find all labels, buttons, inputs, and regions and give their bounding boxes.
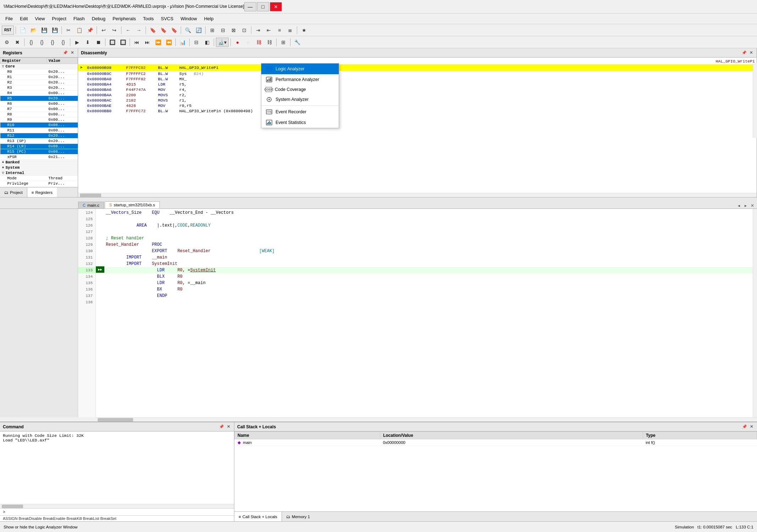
dropdown-logic-analyzer[interactable]: Logic Analyzer: [261, 64, 339, 74]
menu-debug[interactable]: Debug: [88, 15, 109, 23]
maximize-button[interactable]: □: [257, 2, 269, 11]
tb2-braces4[interactable]: {}: [58, 38, 68, 47]
reg-row-xpsr[interactable]: xPSR0x21...: [0, 154, 78, 160]
tb2-cancel[interactable]: ✖: [12, 38, 22, 47]
internal-section[interactable]: ▽Internal: [0, 170, 78, 176]
tb-saveall[interactable]: 💾: [50, 26, 60, 35]
disasm-row-2[interactable]: 0x08000B9C F7FFFFC2 BL.W Sys B24): [78, 71, 757, 76]
banked-section[interactable]: +Banked: [0, 160, 78, 165]
reg-row-r3[interactable]: R30x20...: [0, 85, 78, 91]
reg-row-r14[interactable]: R14 (LR)0x08...: [0, 144, 78, 149]
disasm-h-scroll-thumb[interactable]: [80, 194, 101, 197]
tb-forward[interactable]: →: [134, 26, 144, 35]
reg-row-r13[interactable]: R13 (SP)0x20...: [0, 139, 78, 144]
reg-row-r8[interactable]: R80x00...: [0, 112, 78, 117]
tb2-mem[interactable]: 📊: [178, 38, 187, 47]
disasm-pin-icon[interactable]: 📌: [741, 50, 747, 56]
dropdown-performance-analyzer[interactable]: Performance Analyzer: [261, 74, 339, 85]
tb2-braces2[interactable]: {}: [37, 38, 47, 47]
reg-row-r10[interactable]: R100x08...: [0, 123, 78, 128]
cmd-input[interactable]: [5, 510, 231, 514]
tb-back[interactable]: ←: [123, 26, 133, 35]
memory-tab[interactable]: 🗂 Memory 1: [282, 512, 314, 521]
tb-find[interactable]: 🔍: [183, 26, 193, 35]
disasm-row-3[interactable]: 0x08000BA0 F7FFFF82 BL.W MX_: [78, 76, 757, 82]
menu-view[interactable]: View: [31, 15, 48, 23]
reg-row-r1[interactable]: R10x20...: [0, 75, 78, 80]
disasm-row-8[interactable]: 0x08000BAE 4628 MOV r0,r5: [78, 103, 757, 108]
disasm-row-6[interactable]: 0x08000BAA 2200 MOVS r2,: [78, 92, 757, 98]
registers-tab[interactable]: ≡ Registers: [27, 188, 57, 197]
tb2-red-circle[interactable]: ●: [233, 38, 243, 47]
tb2-window[interactable]: ⊟: [191, 38, 201, 47]
tab-mainc[interactable]: C main.c: [78, 202, 104, 208]
menu-svcs[interactable]: SVCS: [157, 15, 177, 23]
editor-vscrollbar[interactable]: [753, 209, 757, 417]
tb-cut[interactable]: ✂: [64, 26, 73, 35]
menu-peripherals[interactable]: Peripherals: [109, 15, 140, 23]
editor-hscroll-thumb[interactable]: [98, 418, 133, 422]
tb-misc2[interactable]: ⊟: [218, 26, 228, 35]
dropdown-code-coverage[interactable]: CODE Code Coverage: [261, 85, 339, 94]
disasm-close-icon[interactable]: ✕: [748, 50, 754, 56]
reg-row-r4[interactable]: R40x00...: [0, 91, 78, 96]
disasm-row-5[interactable]: 0x08000BA6 F44F747A MOV r4,: [78, 87, 757, 92]
reg-row-r0[interactable]: R00x20...: [0, 69, 78, 75]
tb-open[interactable]: 📂: [28, 26, 38, 35]
reg-row-r12[interactable]: R120x20...: [0, 133, 78, 139]
editor-hscrollbar[interactable]: [96, 417, 757, 422]
tb2-braces1[interactable]: {}: [26, 38, 36, 47]
core-section[interactable]: ▽Core: [0, 64, 78, 69]
tb2-build[interactable]: ⚙: [2, 38, 12, 47]
cs-row-main[interactable]: ◆ main 0x00000000 int f(): [235, 439, 757, 446]
tb2-chain[interactable]: ⛓: [254, 38, 264, 47]
code-lines[interactable]: __Vectors_Size EQU __Vectors_End - __Vec…: [96, 209, 757, 306]
tb-misc3[interactable]: ⊠: [229, 26, 239, 35]
callstack-tab-active[interactable]: ≡ Call Stack + Locals: [234, 512, 282, 521]
reg-row-r9[interactable]: R90x00...: [0, 117, 78, 123]
tb2-debug1[interactable]: ⏮: [132, 38, 142, 47]
reg-row-r2[interactable]: R20x20...: [0, 80, 78, 85]
dropdown-system-analyzer[interactable]: System Analyzer: [261, 94, 339, 105]
cmd-hscrollbar[interactable]: [0, 504, 234, 508]
dropdown-event-recorder[interactable]: Event Recorder: [261, 107, 339, 117]
tb2-stop[interactable]: ⏹: [93, 38, 103, 47]
tb2-debug4[interactable]: ⏪: [164, 38, 174, 47]
tb-paste[interactable]: 📌: [85, 26, 95, 35]
tb-save[interactable]: 💾: [39, 26, 49, 35]
tb2-debug2[interactable]: ⏭: [142, 38, 152, 47]
tb2-settings[interactable]: 🔧: [292, 38, 302, 47]
close-button[interactable]: ✕: [270, 2, 282, 11]
reg-row-r7[interactable]: R70x00...: [0, 107, 78, 112]
project-tab[interactable]: 🗂 Project: [0, 188, 27, 197]
tb2-cpu[interactable]: 🔲: [107, 38, 117, 47]
callstack-close-icon[interactable]: ✕: [748, 424, 754, 430]
disasm-row-current[interactable]: ➤ 0x08000B98 F7FFFC92 BL.W HAL_GPIO_Writ…: [78, 64, 757, 71]
tb-misc4[interactable]: ⊡: [239, 26, 249, 35]
menu-project[interactable]: Project: [48, 15, 70, 23]
rst-button[interactable]: RST: [2, 26, 14, 35]
reg-row-r5[interactable]: R50x20...: [0, 96, 78, 101]
registers-pin-icon[interactable]: 📌: [62, 50, 68, 56]
system-section[interactable]: +System: [0, 165, 78, 170]
menu-file[interactable]: File: [2, 15, 16, 23]
menu-flash[interactable]: Flash: [70, 15, 88, 23]
menu-tools[interactable]: Tools: [140, 15, 157, 23]
tb-bookmark3[interactable]: 🔖: [169, 26, 179, 35]
command-content[interactable]: Running with Code Size Limit: 32K Load "…: [0, 431, 234, 504]
tb-indent[interactable]: ⇥: [253, 26, 263, 35]
reg-mode[interactable]: ModeThread: [0, 176, 78, 181]
tb2-run[interactable]: ▶: [72, 38, 82, 47]
disasm-row-7[interactable]: 0x08000BAC 2102 MOVS r1,: [78, 98, 757, 103]
minimize-button[interactable]: —: [244, 2, 256, 11]
tab-scroll-left[interactable]: ◂: [736, 203, 742, 208]
disasm-row-4[interactable]: 0x08000BA4 4D15 LDR r5,: [78, 82, 757, 87]
tab-scroll-right[interactable]: ▸: [743, 203, 748, 208]
tb-star[interactable]: ★: [299, 26, 309, 35]
tb2-circle[interactable]: ○: [243, 38, 253, 47]
tb2-cpu2[interactable]: 🔲: [118, 38, 128, 47]
tb-bookmark[interactable]: 🔖: [148, 26, 158, 35]
tb-outdent[interactable]: ⇤: [264, 26, 274, 35]
tb2-braces3[interactable]: {}: [48, 38, 58, 47]
tb-copy[interactable]: 📋: [74, 26, 84, 35]
